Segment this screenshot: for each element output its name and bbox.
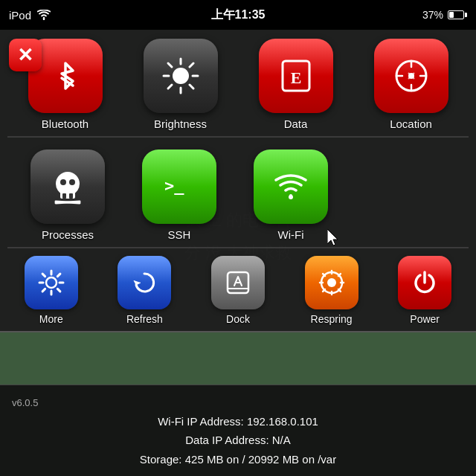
location-cell: Location (363, 39, 460, 130)
ssh-button[interactable]: >_ (142, 149, 216, 224)
data-button[interactable]: E (259, 39, 333, 113)
brightness-label: Brightness (154, 118, 207, 130)
power-label: Power (410, 313, 440, 325)
svg-point-23 (60, 179, 66, 185)
data-label: Data (284, 118, 308, 130)
dock-icon (225, 269, 251, 296)
toolbar-row: More Refresh (0, 251, 476, 331)
location-label: Location (390, 118, 432, 130)
refresh-label: Refresh (126, 313, 163, 325)
data-cell: E Data (248, 39, 344, 130)
power-button[interactable] (398, 256, 451, 309)
svg-text:>_: >_ (164, 176, 184, 195)
svg-point-46 (327, 278, 336, 287)
refresh-button[interactable] (118, 256, 171, 309)
time-display: 上午11:35 (211, 8, 266, 21)
respring-cell: Respring (291, 256, 373, 325)
wifi-status-icon (37, 10, 51, 20)
battery-icon (448, 10, 467, 19)
status-bar: iPod 上午11:35 37% (0, 0, 476, 30)
data-ip-line: Data IP Address: N/A (12, 431, 464, 450)
skull-icon (48, 167, 87, 206)
dock-cell: Dock (197, 256, 279, 325)
panel-overlay: Bluetooth Brig (0, 30, 476, 332)
main-content: 我 上 的电量百分 没 大神求救互联 提 ✕ Bluetooth (0, 30, 476, 476)
svg-line-32 (42, 274, 45, 277)
wifi-cell: Wi-Fi (242, 149, 339, 241)
brightness-cell: Brightness (132, 39, 229, 130)
refresh-cell: Refresh (103, 256, 185, 325)
more-button[interactable] (25, 256, 78, 309)
row-separator-1 (7, 136, 469, 138)
svg-line-22 (56, 202, 80, 203)
terminal-icon: >_ (160, 167, 199, 206)
power-icon (411, 269, 438, 296)
dock-label: Dock (226, 313, 250, 325)
svg-point-0 (173, 68, 189, 84)
gear-icon (38, 269, 65, 296)
wifi-ip-line: Wi-Fi IP Address: 192.168.0.101 (12, 412, 464, 431)
processes-cell: Processes (19, 149, 116, 241)
bluetooth-label: Bluetooth (42, 118, 89, 130)
svg-line-8 (168, 85, 172, 89)
wifi2-icon (271, 167, 310, 206)
respring-button[interactable] (305, 256, 358, 309)
ssh-label: SSH (168, 228, 191, 241)
info-bar: v6.0.5 Wi-Fi IP Address: 192.168.0.101 D… (0, 385, 476, 476)
svg-line-34 (57, 274, 60, 277)
svg-line-35 (42, 289, 45, 292)
dock-button[interactable] (211, 256, 265, 309)
device-label: iPod (9, 9, 31, 22)
more-cell: More (10, 256, 92, 325)
svg-rect-19 (62, 193, 66, 199)
power-cell: Power (384, 256, 466, 325)
wifi-label: Wi-Fi (278, 228, 304, 241)
row-separator-2 (7, 247, 469, 248)
battery-percent: 37% (422, 9, 443, 21)
svg-line-7 (190, 63, 193, 67)
brightness-button[interactable] (144, 39, 218, 113)
svg-line-5 (168, 63, 172, 67)
location-button[interactable] (374, 39, 448, 113)
more-label: More (39, 313, 63, 325)
ssh-cell: >_ SSH (131, 149, 228, 241)
close-button[interactable]: ✕ (9, 39, 42, 71)
bluetooth-icon (47, 57, 84, 94)
processes-label: Processes (42, 228, 94, 241)
respring-icon (318, 269, 345, 296)
respring-label: Respring (311, 313, 353, 325)
svg-point-24 (69, 179, 75, 185)
wifi-button[interactable] (254, 149, 328, 224)
svg-text:E: E (290, 68, 301, 87)
svg-line-6 (190, 85, 193, 89)
row-1: Bluetooth Brig (0, 30, 476, 133)
data-icon: E (277, 57, 315, 95)
svg-rect-20 (69, 193, 73, 199)
refresh-icon (131, 269, 158, 296)
storage-line: Storage: 425 MB on / 20992 MB on /var (12, 450, 464, 469)
svg-point-27 (46, 277, 57, 288)
version-label: v6.0.5 (12, 397, 38, 408)
location-icon (392, 57, 431, 95)
svg-point-26 (289, 195, 293, 199)
brightness-icon (161, 56, 201, 96)
processes-button[interactable] (30, 149, 105, 224)
svg-line-33 (57, 289, 60, 292)
row-2: Processes >_ SSH (0, 141, 476, 244)
